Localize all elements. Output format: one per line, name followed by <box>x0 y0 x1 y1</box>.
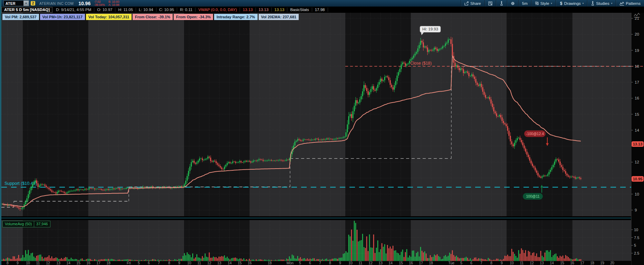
chart-canvas[interactable]: Support ($10.43)Close ($18)2120191817161… <box>0 0 644 265</box>
symbol-combo[interactable]: ATER ▼ <box>3 0 29 6</box>
svg-text:10: 10 <box>635 192 639 196</box>
toolbar-button-style[interactable]: Style▾ <box>531 0 556 7</box>
svg-text:Hi: 19.93: Hi: 19.93 <box>422 27 438 31</box>
svg-text:5: 5 <box>138 261 140 265</box>
header-cell-0: D: 9/14/21, 4:55 PM <box>53 8 94 12</box>
svg-text:6: 6 <box>148 261 150 265</box>
axis-price-bubble: 10.95 <box>632 176 644 182</box>
svg-text:16: 16 <box>635 96 639 100</box>
svg-text:9: 9 <box>501 261 503 265</box>
svg-text:7: 7 <box>480 261 482 265</box>
dollar-icon: $ <box>559 1 563 6</box>
svg-text:17: 17 <box>419 261 423 265</box>
flask-icon <box>591 1 595 6</box>
svg-text:-100@12.4: -100@12.4 <box>526 132 544 136</box>
symbol-input[interactable]: ATER <box>4 1 23 6</box>
header-cell-3: L: 10.94 <box>136 8 156 12</box>
svg-text:9: 9 <box>178 261 180 265</box>
last-price: 10.96 <box>78 1 90 6</box>
toolbar-button-5m[interactable]: 5m <box>518 0 531 7</box>
toolbar-button-gear-icon[interactable] <box>507 0 518 7</box>
toolbar-button-news-icon[interactable] <box>484 0 496 7</box>
change-stack: -7.02 -39.04% <box>94 0 105 6</box>
toolbar-button-studies[interactable]: Studies▾ <box>587 0 616 7</box>
header-cell-6: VWAP (0.0, 0.0, DAY) <box>195 8 240 12</box>
svg-text:13: 13 <box>56 261 60 265</box>
svg-text:6: 6 <box>470 261 472 265</box>
svg-text:13: 13 <box>217 261 221 265</box>
status-chips-row: Vol PM: 2,689,537Vol PM+1h: 23,821,117Vo… <box>2 14 299 20</box>
status-chip-5: Intraday Range: 2.7% <box>214 14 257 20</box>
header-cell-9: 13.13 <box>272 8 288 12</box>
header-cell-11: 17.98 <box>312 8 328 12</box>
trading-platform-window: ATER ▼ 2 ATERIAN INC COM 10.96 -7.02 -39… <box>0 0 644 265</box>
candles-icon <box>535 1 539 6</box>
news-icon <box>488 1 492 6</box>
toolbar-button-drawings[interactable]: $Drawings▾ <box>556 0 587 7</box>
svg-text:15: 15 <box>399 261 403 265</box>
symbol-dropdown-button[interactable]: ▼ <box>23 1 29 6</box>
svg-text:15: 15 <box>560 261 564 265</box>
svg-text:10: 10 <box>348 261 353 265</box>
svg-text:16: 16 <box>409 261 413 265</box>
chevron-down-icon: ▾ <box>551 2 552 5</box>
svg-text:5: 5 <box>299 261 301 265</box>
header-cell-5: R: 0.11 <box>177 8 195 12</box>
company-name: ATERIAN INC COM <box>39 1 74 6</box>
svg-text:8: 8 <box>329 261 331 265</box>
svg-text:12: 12 <box>46 261 50 265</box>
svg-text:18: 18 <box>590 261 594 265</box>
svg-text:14: 14 <box>550 261 554 265</box>
volume-study-value: 37,946 <box>34 221 50 227</box>
svg-text:20: 20 <box>610 261 614 265</box>
chart-title[interactable]: ATER 5 D 5m [NASDAQ] <box>1 7 52 13</box>
svg-text:5: 5 <box>460 261 462 265</box>
toolbar-right-group: Share5mStyle▾$Drawings▾Studies▾Patterns <box>461 0 644 7</box>
status-chip-4: From Open: -34.3% <box>174 14 213 20</box>
header-cell-10: BasicStats <box>287 8 312 12</box>
gear-icon <box>511 1 515 6</box>
svg-text:11: 11 <box>36 261 40 265</box>
volume-study-name[interactable]: VolumeAvg (50) <box>2 221 34 227</box>
svg-text:10: 10 <box>26 261 30 265</box>
share-icon <box>464 1 469 6</box>
svg-text:Tue: Tue <box>448 261 454 265</box>
svg-text:16: 16 <box>248 261 252 265</box>
header-cell-4: C: 10.95 <box>156 8 177 12</box>
svg-text:11: 11 <box>359 261 363 265</box>
svg-text:12: 12 <box>530 261 534 265</box>
svg-text:20: 20 <box>635 32 639 36</box>
svg-text:Fri: Fri <box>127 261 131 265</box>
toolbar-button-flask-icon[interactable] <box>496 0 507 7</box>
ohlc-cells: D: 9/14/21, 4:55 PMO: 10.97H: 11.05L: 10… <box>53 8 328 12</box>
svg-text:11: 11 <box>198 261 201 265</box>
left-edge-strip <box>0 0 1 265</box>
svg-text:12: 12 <box>207 261 211 265</box>
svg-text:17: 17 <box>580 261 584 265</box>
toolbar-button-share[interactable]: Share <box>461 0 484 7</box>
svg-text:13: 13 <box>378 261 383 265</box>
svg-text:10: 10 <box>634 228 638 232</box>
volume-study-label[interactable]: VolumeAvg (50) 37,946 <box>2 221 50 227</box>
svg-text:9: 9 <box>17 261 19 265</box>
linked-charts-badge[interactable]: 2 <box>31 1 35 6</box>
svg-text:12: 12 <box>368 261 373 265</box>
svg-text:18: 18 <box>268 261 272 265</box>
toolbar-button-patterns[interactable]: Patterns <box>616 0 644 7</box>
svg-text:10: 10 <box>187 261 191 265</box>
pattern-icon <box>619 1 624 6</box>
svg-text:8: 8 <box>7 261 9 265</box>
svg-text:14: 14 <box>228 261 232 265</box>
svg-text:21: 21 <box>635 16 639 20</box>
chart-header: ATER 5 D 5m [NASDAQ] D: 9/14/21, 4:55 PM… <box>1 7 644 13</box>
svg-text:14: 14 <box>635 128 639 132</box>
svg-text:18: 18 <box>635 64 639 68</box>
svg-text:6: 6 <box>309 261 311 265</box>
svg-text:11: 11 <box>520 261 524 265</box>
status-chip-3: From Close: -39.1% <box>133 14 173 20</box>
svg-text:13: 13 <box>540 261 544 265</box>
status-chip-0: Vol PM: 2,689,537 <box>2 14 39 20</box>
chevron-down-icon: ▾ <box>583 2 584 5</box>
svg-text:$: $ <box>560 1 563 6</box>
bid-ask-stack: B: 10.93 A: 10.98 <box>108 0 119 6</box>
